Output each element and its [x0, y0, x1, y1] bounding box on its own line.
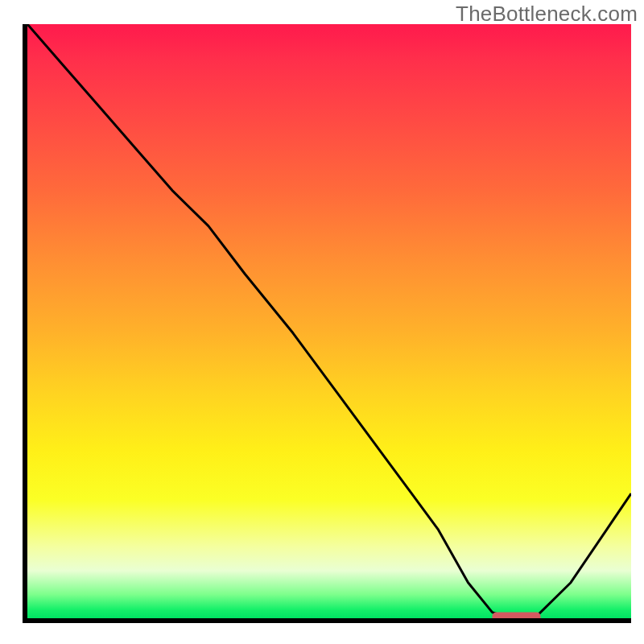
curve-layer	[27, 24, 631, 618]
x-axis	[23, 618, 631, 623]
y-axis	[23, 24, 27, 623]
watermark-text: TheBottleneck.com	[456, 2, 638, 27]
chart-frame: TheBottleneck.com	[0, 0, 644, 644]
optimal-marker	[493, 613, 541, 618]
bottleneck-curve	[27, 24, 631, 618]
plot-area	[27, 24, 631, 618]
